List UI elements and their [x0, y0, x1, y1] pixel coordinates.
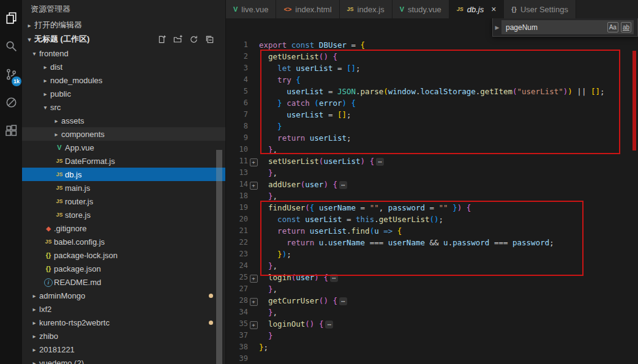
- tree-item-dateformat-js[interactable]: JSDateFormat.js: [22, 154, 225, 168]
- tab-db-js[interactable]: JSdb.js×: [449, 0, 505, 18]
- tree-item-label: 20181221: [39, 345, 75, 354]
- line-number: 4: [226, 74, 248, 86]
- line-number: 20: [226, 214, 248, 225]
- code-area[interactable]: 1export const DBUser = {2 getUserList() …: [226, 18, 638, 364]
- activity-extensions-button[interactable]: [0, 116, 22, 144]
- section-open-editors[interactable]: ▸ 打开的编辑器: [22, 18, 225, 32]
- activity-explorer-button[interactable]: [0, 4, 22, 32]
- js-file-icon: JS: [54, 198, 65, 204]
- code-text: loginOut() {⋯: [259, 318, 333, 330]
- code-text: };: [259, 341, 268, 353]
- code-text: } catch (error) {: [259, 97, 356, 109]
- code-line-3: 3 let userList = [];: [226, 62, 638, 74]
- tree-item-src[interactable]: ▾src: [22, 100, 225, 114]
- tree-item-dist[interactable]: ▸dist: [22, 60, 225, 73]
- find-input[interactable]: pageNum Aa ab: [501, 20, 634, 34]
- code-text: findUser({ userName = "", password = "" …: [259, 202, 471, 214]
- line-number: 1: [226, 39, 248, 51]
- editor-group: Vlive.vue<>index.htmlJSindex.jsVstudy.vu…: [226, 0, 638, 364]
- tree-item-adminmongo[interactable]: ▸adminMongo: [22, 289, 225, 302]
- tree-item-vuedemo-2[interactable]: ▸vuedemo (2): [22, 356, 225, 364]
- new-folder-icon[interactable]: [173, 35, 182, 44]
- tree-item-readme-md[interactable]: iREADME.md: [22, 275, 225, 289]
- code-text: userList = [];: [259, 109, 351, 121]
- activity-search-button[interactable]: [0, 32, 22, 60]
- tree-item-lxf2[interactable]: ▸lxf2: [22, 302, 225, 316]
- tree-item-label: frontend: [39, 49, 69, 58]
- activity-source-control-button[interactable]: 1k: [0, 60, 22, 88]
- toggle-replace-chevron-icon[interactable]: ▶: [493, 18, 501, 36]
- match-case-toggle[interactable]: Aa: [607, 22, 618, 32]
- tree-item-gitignore[interactable]: ◆.gitignore: [22, 221, 225, 235]
- find-widget: ▶ pageNum Aa ab: [492, 18, 638, 37]
- tab-user-settings[interactable]: {}User Settings: [504, 0, 576, 18]
- chevron-right-icon: ▸: [40, 77, 50, 84]
- code-line-10: 10 },: [226, 144, 638, 155]
- tree-item-assets[interactable]: ▸assets: [22, 114, 225, 127]
- line-number: 38: [226, 341, 248, 353]
- refresh-icon[interactable]: [189, 35, 198, 44]
- tree-item-package-json[interactable]: {}package.json: [22, 262, 225, 275]
- tree-item-app-vue[interactable]: VApp.vue: [22, 141, 225, 154]
- section-workspace[interactable]: ▾ 无标题 (工作区): [22, 32, 225, 46]
- collapse-all-icon[interactable]: [205, 35, 214, 44]
- tree-item-package-lock-json[interactable]: {}package-lock.json: [22, 248, 225, 262]
- line-number: 28: [226, 295, 248, 306]
- tab-index-html[interactable]: <>index.html: [276, 0, 339, 18]
- fold-expand-icon[interactable]: +: [250, 158, 258, 166]
- tree-item-label: package.json: [54, 264, 101, 273]
- js-file-icon: JS: [347, 6, 354, 12]
- vscode-window: 1k 资源管理器 ▸ 打开的编辑器 ▾ 无标题 (工作区) ▾frontend▸…: [0, 0, 638, 364]
- sidebar-scrollbar[interactable]: [216, 150, 222, 364]
- code-text: const userList = this.getUserList();: [259, 214, 443, 225]
- tree-item-label: router.js: [65, 197, 93, 206]
- tree-item-label: store.js: [65, 210, 91, 220]
- fold-expand-icon[interactable]: +: [250, 298, 258, 306]
- tree-item-label: db.js: [65, 170, 81, 179]
- tree-item-components[interactable]: ▸components: [22, 127, 225, 141]
- code-line-18: 18 },: [226, 190, 638, 202]
- explorer-icon: [5, 12, 18, 24]
- activity-debug-button[interactable]: [0, 88, 22, 116]
- fold-expand-icon[interactable]: +: [250, 182, 258, 190]
- tab-label: User Settings: [520, 5, 568, 14]
- tree-item-router-js[interactable]: JSrouter.js: [22, 195, 225, 208]
- workspace-actions: [157, 35, 214, 44]
- tab-index-js[interactable]: JSindex.js: [340, 0, 392, 18]
- tree-item-node-modules[interactable]: ▸node_modules: [22, 73, 225, 87]
- editor-scrollbar[interactable]: [631, 18, 638, 364]
- tab-live-vue[interactable]: Vlive.vue: [226, 0, 276, 18]
- tree-item-db-js[interactable]: JSdb.js: [22, 168, 225, 181]
- tab-study-vue[interactable]: Vstudy.vue: [392, 0, 449, 18]
- code-line-13: 13 },: [226, 167, 638, 179]
- fold-expand-icon[interactable]: +: [250, 275, 258, 283]
- tree-item-label: components: [61, 130, 105, 139]
- new-file-icon[interactable]: [157, 35, 167, 44]
- line-number: 24: [226, 260, 248, 272]
- tree-item-main-js[interactable]: JSmain.js: [22, 181, 225, 195]
- close-tab-icon[interactable]: ×: [491, 4, 496, 14]
- tree-item-public[interactable]: ▸public: [22, 87, 225, 100]
- code-line-20: 20 const userList = this.getUserList();: [226, 214, 638, 225]
- tree-item-label: assets: [61, 116, 84, 125]
- chevron-right-icon: ▸: [29, 319, 39, 326]
- section-label: 无标题 (工作区): [34, 34, 89, 45]
- whole-word-toggle[interactable]: ab: [621, 22, 631, 32]
- tree-item-label: DateFormat.js: [65, 157, 115, 166]
- tree-item-babel-config-js[interactable]: JSbabel.config.js: [22, 235, 225, 248]
- tree-item-kurento-rtsp2webrtc[interactable]: ▸kurento-rtsp2webrtc: [22, 316, 225, 329]
- file-tree: ▾frontend▸dist▸node_modules▸public▾src▸a…: [22, 46, 225, 364]
- search-icon: [5, 40, 18, 53]
- chevron-right-icon: ▸: [51, 117, 61, 124]
- tree-item-20181221[interactable]: ▸20181221: [22, 343, 225, 356]
- fold-expand-icon[interactable]: +: [250, 321, 258, 329]
- tree-item-frontend[interactable]: ▾frontend: [22, 46, 225, 60]
- js-file-icon: JS: [54, 185, 65, 191]
- tree-item-zhibo[interactable]: ▸zhibo: [22, 329, 225, 343]
- tree-item-label: App.vue: [65, 143, 94, 152]
- line-number: 3: [226, 62, 248, 74]
- code-line-14: 14+ addUser(user) {⋯: [226, 179, 638, 190]
- line-number: 9: [226, 132, 248, 144]
- line-number: 10: [226, 144, 248, 155]
- tree-item-store-js[interactable]: JSstore.js: [22, 208, 225, 221]
